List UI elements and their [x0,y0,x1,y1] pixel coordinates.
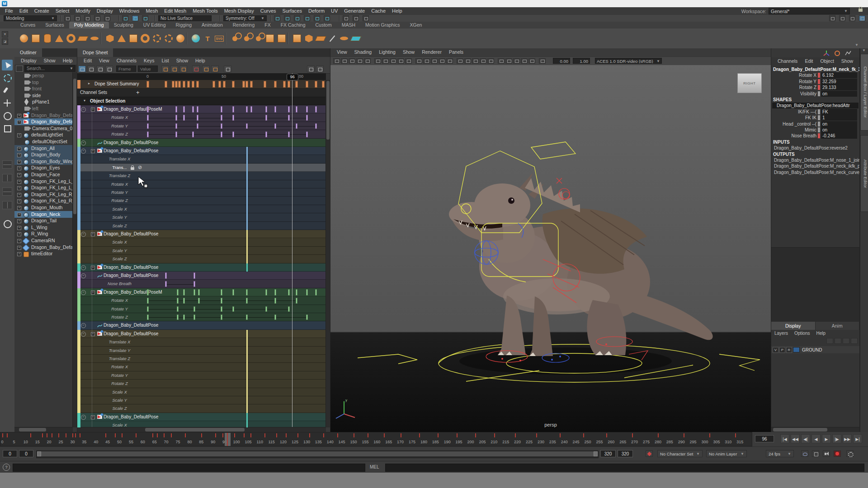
paint-select-tool[interactable] [2,85,13,96]
scale-tool[interactable] [2,123,13,134]
keyframe[interactable] [288,106,290,113]
keyframe[interactable] [221,115,222,120]
expand-icon[interactable]: + [17,114,21,118]
keyframe[interactable] [221,123,222,129]
outliner-item-dragon-fk-leg-r-b[interactable]: +Dragon_FK_Leg_R_B [14,191,73,198]
expand-icon[interactable]: + [17,180,21,184]
boolean-union-icon[interactable] [229,32,241,45]
select-hierarchy-icon[interactable] [122,15,128,21]
menu-edit[interactable]: Edit [16,7,31,15]
attr-value-field[interactable]: on [821,127,857,133]
workspace-selector[interactable]: Workspace: General*▼ [741,7,850,15]
dope-menu-channels[interactable]: Channels [113,57,140,65]
menu-surfaces[interactable]: Surfaces [279,7,305,15]
viewport-toolbar-icon-3[interactable] [349,58,355,64]
dope-channel-row-rotate-x[interactable]: Rotate X [77,296,326,305]
keyframe[interactable] [274,314,276,320]
expand-icon[interactable]: + [17,246,21,250]
layer-menu-layers[interactable]: Layers [771,330,791,337]
attr-value-field[interactable]: 1 [821,115,857,121]
keyframe[interactable] [165,281,167,286]
outliner-item-dragon-body-wing-o[interactable]: +Dragon_Body_Wing_O [14,158,73,165]
keyframe[interactable] [296,106,297,113]
dope-channel-row-rotate-y[interactable]: Rotate Y [77,305,326,313]
keyframe[interactable] [221,298,222,303]
view-cube[interactable]: RIGHT [737,73,762,93]
keyframe[interactable] [288,306,290,312]
shelf-tab-poly-modeling[interactable]: Poly Modeling [69,22,109,28]
keyframe[interactable] [178,81,181,88]
poly-separate-icon[interactable] [276,32,288,45]
workspace-dropdown[interactable]: General*▼ [769,8,850,14]
select-tool[interactable] [2,60,13,70]
lattice-deform-keys-icon[interactable] [105,66,113,72]
shelf-tab-mash[interactable]: MASH [337,22,360,28]
outliner-item-camerarn[interactable]: +CameraRN [14,237,73,244]
layer-menu-help[interactable]: Help [813,330,829,337]
layer-menu-options[interactable]: Options [791,330,813,337]
dope-channel-row-translate-x[interactable]: Translate X [77,338,326,346]
move-layer-up-icon[interactable] [843,338,849,344]
construction-history-icon[interactable] [343,15,349,21]
keyframe[interactable] [296,298,297,303]
poly-torus-icon[interactable] [65,32,77,45]
outliner-item-timeeditor[interactable]: +timeEditor [14,250,73,257]
snap-point-icon[interactable] [294,15,300,21]
keyframe[interactable] [306,314,308,320]
keyframe[interactable] [165,272,167,279]
layout-preset-3[interactable] [2,188,12,196]
expand-icon[interactable]: + [17,120,21,124]
expand-icon[interactable]: + [17,219,21,223]
viewport-toolbar-icon-18[interactable] [472,58,479,64]
viewport-menu-show[interactable]: Show [399,48,418,56]
keyframe[interactable] [283,81,286,88]
rotate-tool[interactable] [2,110,13,121]
outliner-vscrollbar[interactable] [72,72,77,427]
keyframe[interactable] [192,81,194,88]
attr-value-field[interactable]: on [821,91,857,97]
pivot-axes-icon[interactable] [823,50,830,56]
expand-icon[interactable]: + [17,193,21,197]
keyframe[interactable] [177,298,179,303]
layer-editor-tab-anim[interactable]: Anim [816,322,860,330]
dope-channel-row-trans[interactable]: Trans...⊘ [77,164,326,172]
expand-icon[interactable]: + [17,160,21,164]
workspace-lock-icon[interactable] [859,9,863,12]
snap-view-plane-icon[interactable] [314,15,320,21]
keyframe[interactable] [265,106,267,113]
anim-layer-dropdown[interactable]: No Anim Layer▼ [706,450,747,457]
trax-editor-switch-icon[interactable] [316,66,324,72]
poly-pipe-icon[interactable] [139,32,151,45]
dope-group-header-7[interactable]: −+Dragon_Baby_DefaultPoseM [77,288,326,296]
poly-gear-icon[interactable] [163,32,175,45]
outliner-menu-display[interactable]: Display [17,57,40,65]
keyframe[interactable] [193,306,195,312]
channel-box-menu-channels[interactable]: Channels [774,57,801,66]
channel-box-menu-object[interactable]: Object [816,57,837,66]
keyframe[interactable] [147,298,149,303]
outliner-item-r-wing[interactable]: +R_Wing [14,230,73,237]
key-tick[interactable] [818,91,820,96]
dope-hscrollbar[interactable] [77,427,326,432]
menu-cache[interactable]: Cache [368,7,389,15]
viewport-toolbar-icon-16[interactable] [457,58,463,64]
dope-group-header-2[interactable]: −Dragon_Baby_DefaultPose [77,139,326,147]
quad-draw-icon[interactable] [350,32,362,45]
dope-group-header-8[interactable]: −Dragon_Baby_DefaultPose [77,321,326,329]
shelf-tab-custom[interactable]: Custom [311,22,337,28]
menu-mesh-display[interactable]: Mesh Display [221,7,257,15]
playback-start-field[interactable]: 0 [19,450,33,457]
keyframe[interactable] [288,131,290,137]
time-slider-strip[interactable]: 0510152025303540455055606570758085909510… [0,432,752,446]
expand-icon[interactable]: + [17,186,21,190]
keyframe[interactable] [232,115,234,120]
viewport-toolbar-icon-12[interactable] [423,58,430,64]
keyframe[interactable] [232,289,234,296]
expand-icon[interactable]: + [17,199,21,203]
channel-ik-fk[interactable]: IK/FK ---(FK [771,109,859,115]
viewport-toolbar-icon-7[interactable] [382,58,389,64]
dope-channel-row-translate-z[interactable]: Translate Z [77,355,326,363]
keyframe[interactable] [183,314,185,320]
exposure-field[interactable]: 0.00 [553,58,570,64]
shelf-tab-fx[interactable]: FX [259,22,275,28]
